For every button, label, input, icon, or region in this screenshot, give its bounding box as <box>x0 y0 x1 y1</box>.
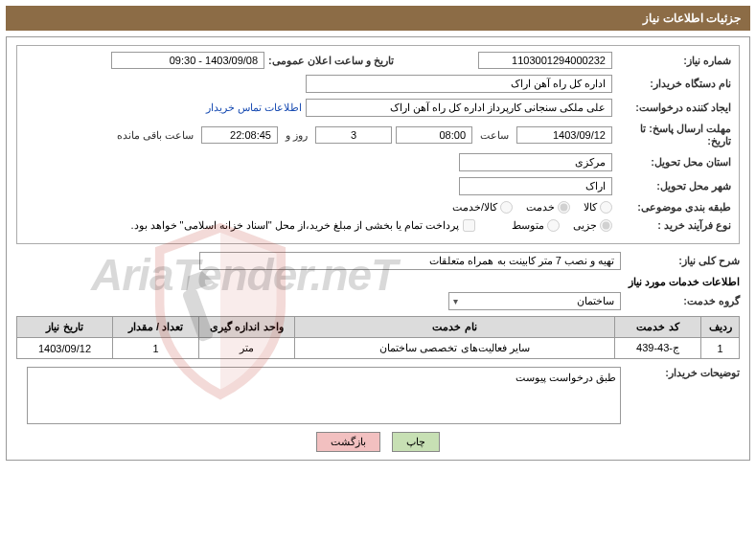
process-label: نوع فرآیند خرید : <box>616 219 731 232</box>
announce-field: 1403/09/08 - 09:30 <box>111 52 264 69</box>
service-table: ردیف کد خدمت نام خدمت واحد اندازه گیری ت… <box>16 316 740 359</box>
td-qty: 1 <box>113 338 199 359</box>
th-name: نام خدمت <box>295 317 615 338</box>
contact-link[interactable]: اطلاعات تماس خریدار <box>206 102 302 114</box>
days-field: 3 <box>315 126 392 144</box>
deadline-label: مهلت ارسال پاسخ: تا تاریخ: <box>616 123 731 147</box>
back-button[interactable]: بازگشت <box>316 432 380 452</box>
service-section-title: اطلاعات خدمات مورد نیاز <box>16 276 740 288</box>
city-field: اراک <box>459 177 612 195</box>
province-field: مرکزی <box>459 153 612 171</box>
notes-label: توضیحات خریدار: <box>625 367 740 379</box>
remain-time-field: 22:08:45 <box>201 126 278 144</box>
payment-checkbox[interactable]: پرداخت تمام یا بخشی از مبلغ خرید،از محل … <box>130 219 475 232</box>
need-info-section: شماره نیاز: 1103001294000232 تاریخ و ساع… <box>16 45 740 244</box>
deadline-date-field: 1403/09/12 <box>516 126 612 144</box>
radio-small[interactable]: جزیی <box>573 219 612 232</box>
button-row: چاپ بازگشت <box>16 432 740 452</box>
th-code: کد خدمت <box>615 317 701 338</box>
th-unit: واحد اندازه گیری <box>199 317 295 338</box>
td-unit: متر <box>199 338 295 359</box>
th-index: ردیف <box>701 317 740 338</box>
requester-label: ایجاد کننده درخواست: <box>616 102 731 114</box>
description-label: شرح کلی نیاز: <box>625 255 740 267</box>
main-container: شماره نیاز: 1103001294000232 تاریخ و ساع… <box>6 36 750 461</box>
need-number-label: شماره نیاز: <box>616 55 731 67</box>
radio-goods[interactable]: کالا <box>584 201 612 214</box>
announce-label: تاریخ و ساعت اعلان عمومی: <box>268 55 394 67</box>
category-label: طبقه بندی موضوعی: <box>616 201 731 214</box>
print-button[interactable]: چاپ <box>392 432 440 452</box>
service-group-label: گروه خدمت: <box>625 295 740 307</box>
radio-medium[interactable]: متوسط <box>512 219 560 232</box>
description-field: تهیه و نصب 7 متر کابینت به همراه متعلقات <box>199 252 621 270</box>
td-code: ج-43-439 <box>615 338 701 359</box>
days-label: روز و <box>286 129 308 142</box>
time-label: ساعت <box>480 129 509 142</box>
table-row: 1 ج-43-439 سایر فعالیت‌های تخصصی ساختمان… <box>17 338 740 359</box>
radio-both[interactable]: کالا/خدمت <box>452 201 513 214</box>
deadline-time-field: 08:00 <box>396 126 472 144</box>
td-name: سایر فعالیت‌های تخصصی ساختمان <box>295 338 615 359</box>
notes-textarea[interactable]: طبق درخواست پیوست <box>27 367 621 424</box>
province-label: استان محل تحویل: <box>616 156 731 169</box>
need-number-field: 1103001294000232 <box>478 52 612 69</box>
radio-service[interactable]: خدمت <box>526 201 570 214</box>
table-header-row: ردیف کد خدمت نام خدمت واحد اندازه گیری ت… <box>17 317 740 338</box>
th-date: تاریخ نیاز <box>17 317 113 338</box>
buyer-field: اداره کل راه آهن اراک <box>306 75 612 93</box>
th-qty: تعداد / مقدار <box>113 317 199 338</box>
city-label: شهر محل تحویل: <box>616 180 731 192</box>
requester-field: علی ملکی سنجانی کارپرداز اداره کل راه آه… <box>306 99 612 117</box>
remain-label: ساعت باقی مانده <box>117 129 194 142</box>
buyer-label: نام دستگاه خریدار: <box>616 78 731 90</box>
td-date: 1403/09/12 <box>17 338 113 359</box>
service-group-select[interactable]: ساختمان <box>448 292 621 310</box>
td-index: 1 <box>701 338 740 359</box>
header-title: جزئیات اطلاعات نیاز <box>6 6 750 31</box>
